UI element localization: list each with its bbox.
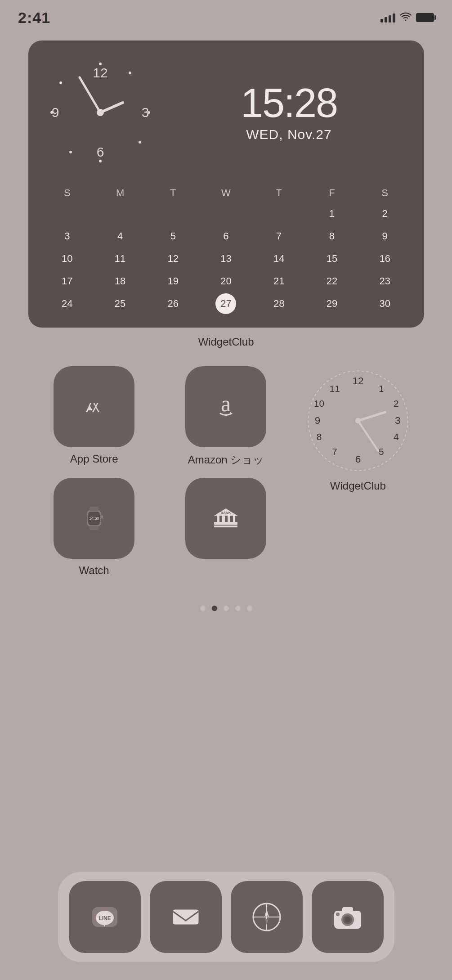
watch-container[interactable]: 14:30 Watch bbox=[28, 478, 160, 577]
bank-icon[interactable]: BANK bbox=[185, 478, 266, 559]
digital-date: WED, Nov.27 bbox=[168, 127, 411, 142]
small-clock-widget: 12 3 6 9 1 2 4 5 7 8 10 11 bbox=[295, 366, 421, 492]
svg-text:3: 3 bbox=[395, 415, 401, 426]
status-icons bbox=[380, 12, 434, 23]
battery-icon bbox=[416, 13, 434, 22]
cal-day-20: 20 bbox=[215, 271, 236, 292]
svg-point-58 bbox=[345, 917, 350, 922]
cal-header-m: M bbox=[94, 184, 146, 202]
svg-rect-36 bbox=[90, 526, 98, 530]
cal-day-3: 3 bbox=[57, 226, 77, 247]
app-store-container[interactable]: App Store bbox=[28, 366, 160, 465]
watch-icon[interactable]: 14:30 bbox=[54, 478, 134, 559]
svg-line-12 bbox=[100, 103, 123, 112]
dock-safari[interactable] bbox=[231, 881, 303, 953]
digital-time: 15:28 bbox=[168, 83, 411, 123]
cal-day-empty bbox=[57, 203, 77, 224]
svg-point-4 bbox=[129, 72, 131, 74]
dock-mail[interactable] bbox=[150, 881, 222, 953]
cal-day-empty bbox=[215, 203, 236, 224]
cal-day-16: 16 bbox=[375, 248, 395, 269]
calendar-section: S M T W T F S 1 2 3 4 5 6 7 bbox=[42, 184, 411, 314]
signal-icon bbox=[380, 13, 395, 22]
svg-text:BANK: BANK bbox=[221, 511, 231, 515]
dock-camera[interactable] bbox=[312, 881, 384, 953]
svg-rect-55 bbox=[342, 907, 353, 913]
svg-rect-42 bbox=[228, 516, 230, 523]
amazon-icon[interactable]: a bbox=[185, 366, 266, 447]
cal-day-18: 18 bbox=[110, 271, 130, 292]
cal-day-empty bbox=[110, 203, 130, 224]
cal-day-14: 14 bbox=[269, 248, 289, 269]
cal-day-empty bbox=[269, 203, 289, 224]
app-store-label: App Store bbox=[70, 453, 118, 465]
svg-rect-35 bbox=[90, 507, 98, 511]
svg-rect-48 bbox=[173, 910, 198, 924]
cal-day-23: 23 bbox=[375, 271, 395, 292]
svg-text:10: 10 bbox=[314, 398, 324, 409]
cal-day-27-today: 27 bbox=[215, 293, 236, 314]
cal-day-24: 24 bbox=[57, 293, 77, 314]
wifi-icon bbox=[400, 12, 412, 23]
watch-label: Watch bbox=[79, 564, 109, 577]
cal-header-t1: T bbox=[148, 184, 199, 202]
cal-day-7: 7 bbox=[269, 226, 289, 247]
svg-line-29 bbox=[358, 412, 385, 421]
svg-text:12: 12 bbox=[352, 375, 363, 387]
svg-point-31 bbox=[355, 418, 361, 423]
status-bar: 2:41 bbox=[0, 0, 452, 27]
svg-rect-39 bbox=[214, 526, 237, 527]
cal-day-29: 29 bbox=[322, 293, 342, 314]
cal-day-26: 26 bbox=[163, 293, 183, 314]
page-dot-1 bbox=[200, 606, 206, 611]
cal-day-8: 8 bbox=[322, 226, 342, 247]
svg-line-13 bbox=[80, 77, 100, 112]
svg-text:12: 12 bbox=[93, 65, 107, 80]
svg-rect-41 bbox=[222, 516, 225, 523]
dock: LINE bbox=[58, 872, 394, 962]
cal-day-10: 10 bbox=[57, 248, 77, 269]
svg-text:a: a bbox=[221, 391, 231, 416]
svg-text:2: 2 bbox=[394, 398, 399, 409]
cal-day-22: 22 bbox=[322, 271, 342, 292]
cal-day-2: 2 bbox=[375, 203, 395, 224]
svg-text:8: 8 bbox=[317, 432, 322, 442]
page-dot-4 bbox=[235, 606, 241, 611]
dock-line[interactable]: LINE bbox=[69, 881, 141, 953]
clock-calendar-widget: 12 3 6 9 15:28 WED, Nov.27 bbox=[28, 40, 424, 328]
small-clock-label: WidgetClub bbox=[330, 480, 386, 492]
cal-day-13: 13 bbox=[215, 248, 236, 269]
page-dots bbox=[28, 606, 424, 611]
analog-clock: 12 3 6 9 bbox=[42, 54, 159, 171]
cal-day-1: 1 bbox=[322, 203, 342, 224]
page-dot-3 bbox=[224, 606, 229, 611]
cal-header-f: F bbox=[306, 184, 358, 202]
cal-header-w: W bbox=[201, 184, 252, 202]
svg-rect-43 bbox=[233, 516, 235, 523]
widget-label: WidgetClub bbox=[28, 336, 424, 348]
svg-text:14:30: 14:30 bbox=[89, 516, 99, 521]
page-dot-5 bbox=[247, 606, 252, 611]
cal-day-6: 6 bbox=[215, 226, 236, 247]
calendar-grid: S M T W T F S 1 2 3 4 5 6 7 bbox=[42, 184, 411, 314]
cal-day-28: 28 bbox=[269, 293, 289, 314]
cal-header-s2: S bbox=[359, 184, 411, 202]
cal-day-17: 17 bbox=[57, 271, 77, 292]
svg-text:5: 5 bbox=[379, 446, 384, 457]
widget-area: 12 3 6 9 15:28 WED, Nov.27 bbox=[28, 40, 424, 611]
cal-header-s: S bbox=[42, 184, 93, 202]
svg-text:6: 6 bbox=[96, 144, 104, 159]
svg-text:3: 3 bbox=[141, 105, 149, 120]
svg-text:6: 6 bbox=[355, 454, 361, 465]
apps-section: App Store a Amazon ショッ 12 3 6 bbox=[28, 366, 424, 588]
cal-day-12: 12 bbox=[163, 248, 183, 269]
cal-day-21: 21 bbox=[269, 271, 289, 292]
bank-container[interactable]: BANK bbox=[160, 478, 292, 564]
svg-point-2 bbox=[99, 160, 102, 162]
app-store-icon[interactable] bbox=[54, 366, 134, 447]
clock-section: 12 3 6 9 15:28 WED, Nov.27 bbox=[42, 54, 411, 171]
svg-rect-37 bbox=[101, 515, 103, 519]
svg-text:LINE: LINE bbox=[98, 915, 111, 922]
svg-text:11: 11 bbox=[329, 383, 340, 394]
amazon-container[interactable]: a Amazon ショッ bbox=[160, 366, 292, 467]
